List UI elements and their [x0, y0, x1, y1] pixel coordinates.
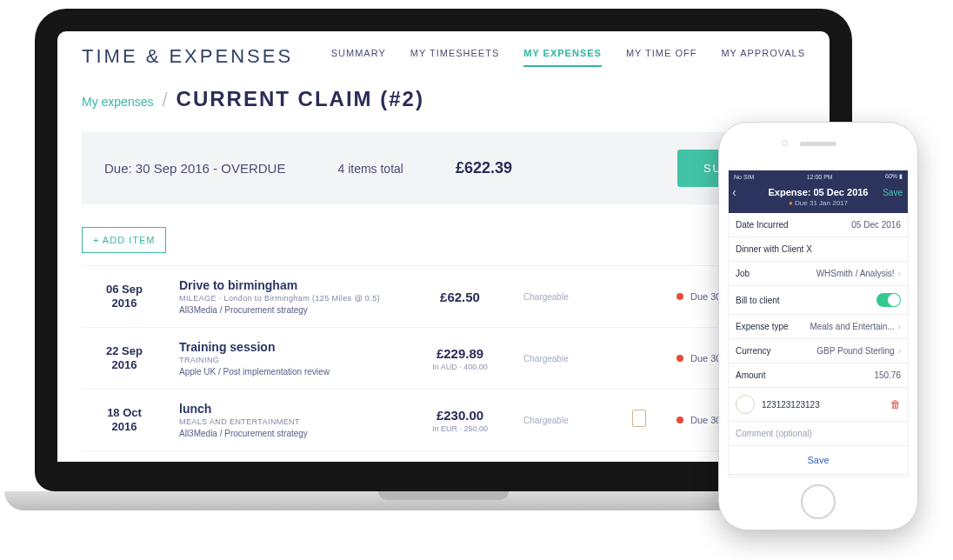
expense-date: 06 Sep 2016 [85, 283, 163, 310]
expense-category: MEALS AND ENTERTAINMENT [179, 417, 397, 426]
comment-field[interactable]: Comment (optional) [729, 422, 908, 446]
phone-status-bar: No SIM 12:00 PM 60% ▮ [729, 170, 908, 183]
status-carrier: No SIM [734, 174, 754, 180]
phone-screen: No SIM 12:00 PM 60% ▮ ‹ Expense: 05 Dec … [728, 170, 909, 477]
chargeable-label: Chargeable [523, 477, 602, 487]
tab-my-time-off[interactable]: MY TIME OFF [626, 46, 697, 67]
top-nav: TIME & EXPENSES SUMMARYMY TIMESHEETSMY E… [82, 45, 805, 68]
tab-my-expenses[interactable]: MY EXPENSES [523, 46, 602, 67]
phone-device: No SIM 12:00 PM 60% ▮ ‹ Expense: 05 Dec … [718, 122, 918, 530]
trash-icon[interactable]: 🗑 [890, 398, 901, 410]
tab-my-approvals[interactable]: MY APPROVALS [721, 46, 805, 67]
header-save-button[interactable]: Save [883, 188, 903, 197]
attachment-cell [617, 410, 661, 430]
expense-amount: £229.89In AUD · 400.00 [412, 346, 508, 371]
expense-title: Drive to birmingham [179, 278, 397, 292]
row-bill-to-client[interactable]: Bill to client [729, 286, 908, 315]
tab-summary[interactable]: SUMMARY [331, 46, 386, 67]
expense-amount: £62.50 [412, 290, 508, 304]
row-date-incurred[interactable]: Date Incurred 05 Dec 2016 [729, 213, 908, 237]
expense-row[interactable]: 06 Sep 2016Drive to birminghamMILEAGE · … [82, 265, 805, 327]
attachment-filename: 123123123123 [762, 400, 820, 410]
expense-date: 18 Oct 2016 [85, 406, 163, 433]
expense-row[interactable]: 20 Oct 2016nothingMEALS AND ENTERTAINMEN… [82, 450, 805, 491]
expense-title: nothing [179, 463, 397, 477]
breadcrumb-link-my-expenses[interactable]: My expenses [82, 95, 153, 109]
expense-category: MEALS AND ENTERTAINMENT [179, 479, 397, 488]
amount-label: Amount [736, 370, 765, 380]
save-button[interactable]: Save [729, 446, 908, 475]
currency-value: GBP Pound Sterling [816, 346, 894, 356]
phone-actions: Save Save & copy Delete this expense [729, 446, 908, 477]
expense-date: 22 Sep 2016 [85, 344, 163, 371]
currency-label: Currency [736, 346, 771, 356]
nav-tabs: SUMMARYMY TIMESHEETSMY EXPENSESMY TIME O… [331, 46, 805, 67]
add-item-button[interactable]: + ADD ITEM [82, 227, 166, 253]
date-incurred-value: 05 Dec 2016 [851, 220, 901, 230]
app-screen: TIME & EXPENSES SUMMARYMY TIMESHEETSMY E… [57, 31, 830, 491]
chargeable-label: Chargeable [523, 292, 602, 302]
expense-description: lunchMEALS AND ENTERTAINMENTAll3Media / … [179, 402, 397, 438]
phone-speaker [800, 142, 836, 146]
tab-my-timesheets[interactable]: MY TIMESHEETS [410, 46, 499, 67]
overdue-dot-icon [676, 417, 683, 423]
due-text: Due: 30 Sep 2016 - OVERDUE [104, 161, 285, 176]
expense-client: Apple UK / Post implementation review [179, 367, 397, 377]
row-expense-type[interactable]: Expense type Meals and Entertain...› [729, 315, 908, 339]
due-value: 30 Sep 2016 - OVERDUE [136, 161, 286, 176]
expense-title: lunch [179, 402, 397, 416]
expense-amount: £100.00 [412, 475, 508, 490]
back-icon[interactable]: ‹ [732, 186, 736, 198]
row-currency[interactable]: Currency GBP Pound Sterling› [729, 339, 908, 363]
status-battery: 60% ▮ [885, 173, 903, 180]
expense-description: nothingMEALS AND ENTERTAINMENTGoogle / P… [179, 463, 397, 491]
date-incurred-label: Date Incurred [736, 220, 789, 230]
expense-description: Drive to birminghamMILEAGE · London to B… [179, 278, 397, 315]
app-brand: TIME & EXPENSES [82, 45, 293, 68]
expense-list: 06 Sep 2016Drive to birminghamMILEAGE · … [82, 265, 805, 491]
row-job[interactable]: Job WHSmith / Analysis!› [729, 262, 908, 286]
overdue-dot-icon [676, 293, 683, 300]
expense-type-value: Meals and Entertain... [810, 322, 894, 331]
expense-category: TRAINING [179, 356, 397, 364]
page-title: CURRENT CLAIM (#2) [177, 87, 424, 111]
expense-title: Training session [179, 340, 397, 354]
row-attachment[interactable]: 123123123123 🗑 [729, 388, 908, 422]
breadcrumb-sep: / [162, 89, 167, 111]
chargeable-label: Chargeable [523, 416, 602, 425]
home-button[interactable] [801, 484, 836, 519]
overdue-dot-icon [676, 478, 683, 485]
due-label: Due: [104, 161, 132, 176]
overdue-dot-icon [676, 355, 683, 362]
save-and-copy-button[interactable]: Save & copy [729, 475, 908, 477]
bill-to-client-label: Bill to client [736, 296, 780, 305]
receipt-icon[interactable] [632, 410, 646, 427]
job-value: WHSmith / Analysis! [816, 269, 895, 278]
phone-header-title: Expense: 05 Dec 2016 [734, 187, 903, 197]
phone-camera [782, 140, 788, 146]
bill-to-client-toggle[interactable] [876, 293, 901, 307]
phone-header: ‹ Expense: 05 Dec 2016 Due 31 Jan 2017 S… [729, 183, 908, 213]
row-amount[interactable]: Amount 150.76 [729, 363, 908, 388]
description-value: Dinner with Client X [736, 244, 812, 254]
comment-placeholder: Comment (optional) [736, 429, 812, 438]
expense-description: Training sessionTRAININGApple UK / Post … [179, 340, 397, 377]
items-total-text: 4 items total [337, 162, 403, 176]
breadcrumb: My expenses / CURRENT CLAIM (#2) [82, 87, 805, 111]
expense-type-label: Expense type [736, 322, 789, 331]
claim-summary-bar: Due: 30 Sep 2016 - OVERDUE 4 items total… [82, 132, 805, 204]
expense-amount: £230.00In EUR · 250.00 [412, 408, 508, 433]
chevron-right-icon: › [898, 269, 901, 278]
chevron-right-icon: › [898, 322, 901, 331]
amount-value: 150.76 [874, 370, 901, 380]
description-field[interactable]: Dinner with Client X [729, 237, 908, 262]
expense-category: MILEAGE · London to Birmingham (125 Mile… [179, 294, 397, 303]
expense-client: All3Media / Procurement strategy [179, 429, 397, 438]
expense-row[interactable]: 22 Sep 2016Training sessionTRAININGApple… [82, 327, 805, 389]
claim-total: £622.39 [456, 159, 512, 177]
laptop-camera [441, 16, 447, 22]
status-time: 12:00 PM [807, 174, 833, 180]
expense-row[interactable]: 18 Oct 2016lunchMEALS AND ENTERTAINMENTA… [82, 389, 805, 450]
laptop-notch [378, 491, 509, 500]
chargeable-label: Chargeable [523, 354, 602, 363]
